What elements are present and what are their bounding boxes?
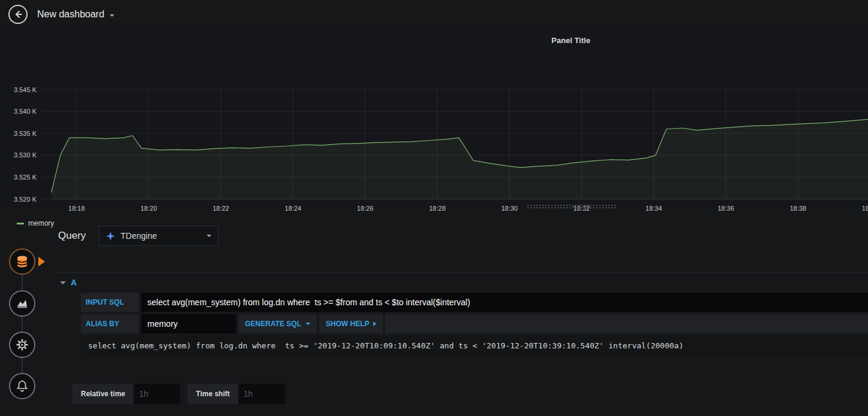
collapse-icon bbox=[60, 281, 66, 284]
chevron-down-icon bbox=[306, 323, 310, 325]
generate-sql-button[interactable]: GENERATE SQL bbox=[238, 314, 317, 333]
graph-panel: Panel Title 3.520 K3.525 K3.530 K3.535 K… bbox=[0, 29, 868, 208]
svg-text:3.535 K: 3.535 K bbox=[14, 130, 37, 137]
relative-time-field[interactable] bbox=[134, 384, 180, 404]
query-header: Query TDengine bbox=[58, 226, 868, 246]
input-sql-field[interactable] bbox=[141, 293, 868, 312]
gear-icon bbox=[16, 338, 29, 351]
svg-text:3.525 K: 3.525 K bbox=[14, 174, 37, 181]
tab-visualization[interactable] bbox=[9, 290, 35, 317]
query-editor: Query TDengine A INPUT SQL AL bbox=[50, 211, 868, 416]
datasource-name: TDengine bbox=[120, 231, 207, 241]
panel-resize-handle[interactable] bbox=[527, 204, 616, 209]
datasource-picker[interactable]: TDengine bbox=[99, 226, 219, 246]
panel-title[interactable]: Panel Title bbox=[552, 36, 591, 45]
alias-by-label: ALIAS BY bbox=[81, 314, 139, 333]
svg-text:3.540 K: 3.540 K bbox=[14, 108, 37, 115]
row-filler bbox=[385, 314, 868, 333]
query-letter: A bbox=[71, 278, 77, 287]
relative-time-label: Relative time bbox=[72, 384, 134, 404]
tab-general[interactable] bbox=[9, 332, 35, 358]
query-section-title: Query bbox=[58, 230, 86, 242]
alias-by-field[interactable] bbox=[141, 314, 236, 333]
time-shift-label: Time shift bbox=[187, 384, 238, 404]
svg-text:3.530 K: 3.530 K bbox=[14, 151, 37, 159]
tab-alert[interactable] bbox=[9, 373, 35, 399]
tab-queries[interactable] bbox=[9, 248, 35, 275]
query-rows: INPUT SQL ALIAS BY GENERATE SQL SHOW HEL… bbox=[81, 293, 868, 333]
query-options-row: Relative time Time shift bbox=[72, 384, 868, 404]
generated-sql-row: select avg(mem_system) from log.dn where… bbox=[81, 336, 868, 355]
dashboard-title: New dashboard bbox=[37, 9, 104, 20]
chevron-down-icon bbox=[110, 14, 114, 17]
input-sql-label: INPUT SQL bbox=[81, 293, 139, 312]
active-tab-arrow-icon bbox=[38, 257, 45, 266]
dashboard-title-menu[interactable]: New dashboard bbox=[37, 9, 114, 20]
time-shift-field[interactable] bbox=[238, 384, 285, 404]
bell-icon bbox=[16, 379, 29, 393]
tabs-sidebar bbox=[0, 209, 50, 416]
arrow-left-icon bbox=[13, 10, 23, 19]
database-icon bbox=[15, 254, 29, 269]
grafana-edit-screen: New dashboard Panel Title 3.520 K3.525 K… bbox=[0, 0, 868, 416]
chevron-right-icon bbox=[373, 321, 376, 326]
input-sql-row: INPUT SQL bbox=[81, 293, 868, 312]
tab-connector-line bbox=[22, 262, 23, 386]
timeseries-chart[interactable]: 3.520 K3.525 K3.530 K3.535 K3.540 K3.545… bbox=[0, 81, 868, 220]
alias-by-row: ALIAS BY GENERATE SQL SHOW HELP bbox=[81, 314, 868, 333]
query-row-header[interactable]: A bbox=[58, 275, 868, 290]
chart-icon bbox=[16, 297, 29, 310]
top-bar: New dashboard bbox=[0, 0, 868, 29]
spacer bbox=[180, 384, 187, 404]
section-divider bbox=[58, 272, 868, 273]
generated-sql-text: select avg(mem_system) from log.dn where… bbox=[88, 341, 683, 350]
svg-text:3.520 K: 3.520 K bbox=[14, 196, 37, 203]
svg-text:3.545 K: 3.545 K bbox=[14, 86, 37, 93]
show-help-button[interactable]: SHOW HELP bbox=[319, 314, 383, 333]
datasource-logo-icon bbox=[106, 232, 115, 241]
back-button[interactable] bbox=[8, 5, 28, 24]
chevron-down-icon bbox=[207, 235, 211, 237]
